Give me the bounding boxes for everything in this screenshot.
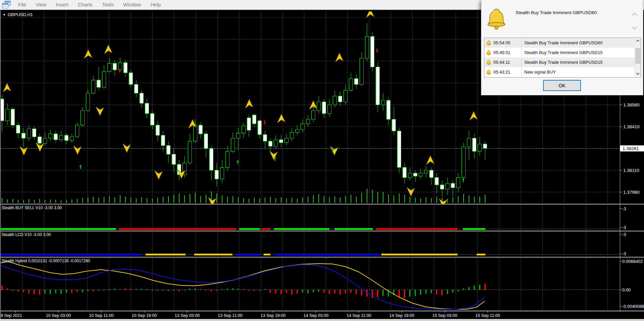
candle bbox=[167, 145, 170, 154]
candle bbox=[473, 138, 476, 151]
alert-time: 05:45:01 bbox=[493, 50, 520, 55]
candle bbox=[355, 79, 358, 84]
alert-prev-icon[interactable] bbox=[632, 12, 638, 16]
alert-message: Stealth Buy Trade Imminent GBPUSD60 bbox=[524, 40, 602, 45]
candle bbox=[226, 151, 229, 168]
candle bbox=[253, 115, 256, 124]
candle bbox=[397, 131, 401, 167]
menu-view[interactable]: View bbox=[31, 0, 51, 9]
candle bbox=[419, 173, 423, 176]
candle bbox=[27, 129, 31, 138]
candle bbox=[220, 167, 224, 179]
candle bbox=[236, 133, 240, 138]
indicator-tick-label: -3 bbox=[622, 251, 626, 256]
menu-insert[interactable]: Insert bbox=[51, 0, 73, 9]
candle bbox=[263, 135, 267, 141]
alert-time: 05:44:11 bbox=[493, 60, 520, 65]
mt4-window: File View Insert Charts Tools Window Hel… bbox=[0, 0, 644, 321]
scroll-down-icon[interactable] bbox=[635, 71, 641, 77]
candle bbox=[59, 135, 63, 140]
alert-message: New signal BUY bbox=[524, 70, 556, 75]
candle bbox=[344, 90, 347, 102]
candle bbox=[129, 73, 133, 85]
candle bbox=[312, 110, 315, 119]
window-bottom-edge bbox=[0, 319, 644, 321]
chart-symbol-label[interactable]: ▼ GBPUSD,H1 bbox=[3, 12, 33, 17]
indicator-tick-label: -3 bbox=[622, 232, 626, 237]
candle bbox=[301, 124, 305, 129]
candle bbox=[210, 148, 213, 170]
time-tick-label: 13 Sep 19:00 bbox=[261, 313, 285, 318]
candle bbox=[247, 118, 251, 130]
menu-help[interactable]: Help bbox=[146, 0, 166, 9]
candle bbox=[92, 80, 95, 93]
candle bbox=[199, 125, 203, 134]
indicator-label-lcd: Stealth LCD V10 -3.00 3.00 bbox=[2, 232, 51, 237]
alert-row[interactable]: 05:43:21 New signal BUY bbox=[484, 67, 641, 77]
candle bbox=[161, 135, 165, 145]
candle bbox=[296, 130, 299, 133]
candle bbox=[478, 144, 482, 151]
indicator-tick-label: -3 bbox=[622, 225, 626, 230]
candle bbox=[65, 135, 68, 140]
scroll-up-icon[interactable] bbox=[635, 38, 641, 44]
alert-row[interactable]: 05:44:11 Stealth Buy Trade Imminent GBPU… bbox=[484, 57, 641, 67]
candle bbox=[22, 133, 25, 138]
candle bbox=[317, 102, 321, 110]
price-tick-label: 1.37960 bbox=[623, 190, 640, 195]
candle bbox=[333, 96, 337, 105]
candle bbox=[188, 141, 192, 163]
time-tick-label: 14 Sep 03:00 bbox=[304, 313, 328, 318]
candle bbox=[381, 100, 385, 105]
menu-charts[interactable]: Charts bbox=[73, 0, 97, 9]
candle bbox=[414, 173, 417, 176]
candle bbox=[387, 100, 390, 119]
stealth-lcd-band bbox=[0, 254, 485, 256]
candle bbox=[81, 110, 85, 125]
candle bbox=[279, 140, 283, 143]
alert-row[interactable]: 05:45:01 Stealth Buy Trade Imminent GBPU… bbox=[484, 48, 641, 57]
candle bbox=[392, 119, 396, 131]
alert-title: Stealth Buy Trade Imminent GBPUSD60 bbox=[516, 10, 620, 15]
candle bbox=[49, 134, 52, 138]
candle bbox=[338, 96, 342, 102]
candle bbox=[11, 109, 15, 125]
candle bbox=[349, 79, 353, 90]
menu-file[interactable]: File bbox=[13, 0, 31, 9]
alert-list-scrollbar[interactable] bbox=[635, 38, 641, 77]
candle bbox=[371, 36, 374, 67]
candle bbox=[86, 93, 90, 110]
candle bbox=[274, 140, 278, 146]
candle bbox=[172, 154, 176, 164]
indicator-tick-label: 0.0066402 bbox=[622, 259, 643, 264]
ok-button[interactable]: OK bbox=[543, 80, 581, 91]
candle bbox=[70, 137, 74, 140]
candle bbox=[290, 132, 294, 138]
indicator-tick-label: -3 bbox=[622, 206, 626, 211]
symbol-text: GBPUSD,H1 bbox=[8, 12, 33, 17]
candle bbox=[322, 102, 326, 113]
candle bbox=[467, 138, 471, 147]
price-tick-label: 1.38560 bbox=[623, 102, 640, 107]
time-tick-label: 10 Sep 03:00 bbox=[46, 313, 71, 318]
alert-next-icon[interactable] bbox=[632, 26, 638, 30]
candle bbox=[215, 170, 219, 179]
scrollbar-thumb[interactable] bbox=[635, 48, 640, 64]
candle bbox=[124, 62, 127, 73]
bell-icon bbox=[486, 40, 491, 46]
menu-window[interactable]: Window bbox=[118, 0, 146, 9]
candle bbox=[102, 71, 106, 87]
time-tick-label: 10 Sep 19:00 bbox=[132, 313, 157, 318]
time-tick-label: 9 Sep 2021 bbox=[1, 313, 22, 318]
candle bbox=[33, 129, 36, 137]
candle bbox=[328, 105, 331, 113]
chart-dropdown-icon[interactable]: ▼ bbox=[3, 13, 6, 16]
alert-row[interactable]: 05:54:05 Stealth Buy Trade Imminent GBPU… bbox=[484, 38, 641, 48]
candle bbox=[145, 103, 149, 113]
candle bbox=[306, 119, 310, 124]
bell-icon bbox=[486, 60, 491, 65]
menu-tools[interactable]: Tools bbox=[97, 0, 118, 9]
indicator-tick-label: -0.0040086 bbox=[622, 304, 644, 309]
alert-message: Stealth Buy Trade Imminent GBPUSD15 bbox=[524, 60, 602, 65]
candle bbox=[16, 125, 20, 133]
